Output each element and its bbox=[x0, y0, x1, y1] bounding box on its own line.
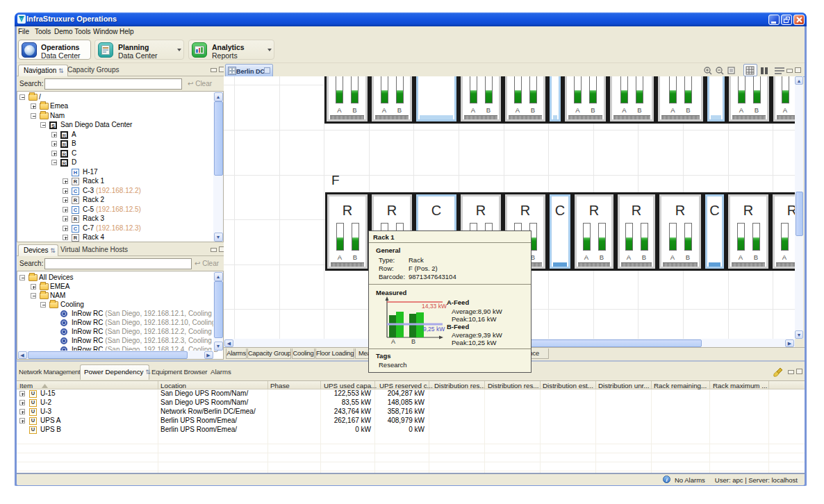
svg-text:A: A bbox=[391, 338, 395, 344]
svg-text:B: B bbox=[411, 338, 415, 344]
